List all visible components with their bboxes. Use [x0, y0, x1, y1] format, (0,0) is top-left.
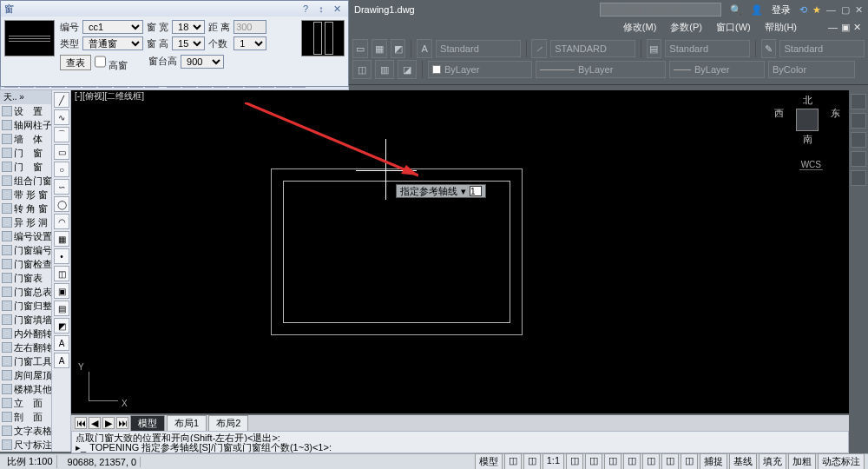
tab-first-icon[interactable]: ⏮ [75, 417, 87, 429]
sidebar-item[interactable]: 门 窗 [0, 146, 51, 160]
sill-select[interactable]: 900 [181, 55, 224, 69]
status-toggle[interactable]: 加粗 [788, 453, 816, 469]
sidebar-item[interactable]: 房间屋顶 [0, 368, 51, 382]
wcs-label[interactable]: WCS [799, 160, 823, 170]
circle-icon[interactable]: ○ [54, 162, 69, 177]
command-line[interactable]: 点取门窗大致的位置和开向(Shift-左右开)<退出>: ▸_TOPENING … [71, 431, 849, 453]
drawing-canvas[interactable]: [-][俯视][二维线框] 北 西东 南 WCS 指定参考轴线 ▾ Y X [71, 90, 849, 413]
dynamic-input-field[interactable] [470, 186, 482, 196]
sidebar-item[interactable]: 编号设置 [0, 229, 51, 243]
dialog-titlebar[interactable]: 窗 ? ↕ ✕ [1, 1, 348, 17]
no-select[interactable]: cc1 [82, 20, 143, 34]
table-icon[interactable]: ▤ [54, 301, 69, 316]
status-toggle[interactable]: ◫ [661, 453, 679, 469]
gao-checkbox[interactable] [95, 55, 106, 69]
sidebar-item[interactable]: 立 面 [0, 396, 51, 410]
preview-thumbnail-right[interactable] [301, 20, 345, 56]
sidebar-item[interactable]: 文字表格 [0, 424, 51, 438]
mleaderstyle-combo[interactable]: Standard [779, 40, 865, 57]
sidebar-item[interactable]: 门窗总表 [0, 285, 51, 299]
doc-minimize-icon[interactable]: — [828, 22, 838, 33]
tab-last-icon[interactable]: ⏭ [116, 417, 128, 429]
sidebar-item[interactable]: 门窗检查 [0, 257, 51, 271]
rib-btn[interactable]: ◪ [398, 60, 417, 79]
wheel-icon[interactable] [851, 94, 866, 109]
plotcolor-combo[interactable]: ByColor [768, 61, 855, 78]
spline-icon[interactable]: ∽ [54, 179, 69, 195]
sidebar-item[interactable]: 剖 面 [0, 410, 51, 424]
sidebar-item[interactable]: 轴网柱子 [0, 118, 51, 132]
w-select[interactable]: 1800 [172, 20, 205, 34]
minimize-icon[interactable]: — [826, 4, 836, 16]
sidebar-item[interactable]: 异 形 洞 [0, 215, 51, 229]
menu-help[interactable]: 帮助(H) [765, 21, 797, 34]
help-icon[interactable]: ? [298, 3, 313, 15]
hatch-icon[interactable]: ▦ [54, 231, 69, 247]
line-icon[interactable]: ╱ [54, 92, 69, 108]
sidebar-item[interactable]: 尺寸标注 [0, 438, 51, 452]
textstyle-combo[interactable]: Standard [436, 40, 521, 57]
rib-btn[interactable]: ▥ [375, 60, 394, 79]
menu-modify[interactable]: 修改(M) [623, 21, 657, 34]
app-close-icon[interactable]: ✕ [855, 4, 863, 16]
orbit-icon[interactable] [851, 151, 866, 167]
search-input[interactable] [600, 3, 721, 17]
search-icon[interactable]: 🔍 [730, 4, 742, 16]
maximize-icon[interactable]: ▢ [841, 4, 850, 16]
sidebar-item[interactable]: 左右翻转 [0, 340, 51, 354]
rib-btn[interactable]: ▦ [372, 39, 387, 58]
sidebar-item[interactable]: 门 窗 [0, 160, 51, 174]
login-icon[interactable]: 👤 [751, 4, 763, 16]
count-select[interactable]: 1 [233, 36, 266, 50]
status-toggle[interactable]: ◫ [566, 453, 583, 469]
status-toggle[interactable]: ◫ [623, 453, 641, 469]
status-toggle[interactable]: ◫ [604, 453, 621, 469]
sidebar-item[interactable]: 门窗表 [0, 271, 51, 285]
rib-btn[interactable]: ▭ [352, 39, 368, 58]
dropdown-icon[interactable]: ▾ [461, 186, 466, 197]
tab-layout2[interactable]: 布局2 [208, 415, 248, 432]
tab-next-icon[interactable]: ▶ [102, 417, 115, 429]
mtext-icon[interactable]: A [54, 353, 69, 368]
type-select[interactable]: 普通窗 [82, 36, 143, 50]
login-label[interactable]: 登录 [772, 3, 791, 17]
preview-thumbnail-left[interactable] [4, 20, 55, 56]
sidebar-item[interactable]: 带 形 窗 [0, 188, 51, 201]
ellipse-icon[interactable]: ◯ [54, 196, 69, 212]
dimstyle-combo[interactable]: STANDARD [550, 40, 635, 57]
rib-btn[interactable]: ✎ [761, 39, 777, 58]
region-icon[interactable]: ◩ [54, 318, 69, 334]
sidebar-item[interactable]: 转 角 窗 [0, 201, 51, 215]
status-toggle[interactable]: 填充 [759, 453, 786, 469]
menu-param[interactable]: 参数(P) [670, 21, 702, 34]
rib-btn[interactable]: ▤ [647, 39, 662, 58]
point-icon[interactable]: • [54, 248, 69, 264]
rib-btn[interactable]: ◩ [391, 39, 406, 58]
ellipse-arc-icon[interactable]: ◠ [54, 214, 69, 229]
tab-layout1[interactable]: 布局1 [167, 415, 207, 432]
sidebar-item[interactable]: 门窗编号 [0, 243, 51, 257]
text-icon[interactable]: A [54, 335, 69, 351]
pline-icon[interactable]: ∿ [54, 109, 69, 125]
tablestyle-combo[interactable]: Standard [665, 40, 750, 57]
doc-close-icon[interactable]: ✕ [853, 22, 861, 33]
status-toggle[interactable]: 基线 [729, 453, 757, 469]
insert-icon[interactable]: ▣ [54, 283, 69, 299]
lineweight-combo[interactable]: ByLayer [669, 61, 765, 78]
block-icon[interactable]: ◫ [54, 266, 69, 281]
status-toggle[interactable]: ◫ [585, 453, 602, 469]
view-label[interactable]: [-][俯视][二维线框] [71, 90, 849, 102]
left-panel-header[interactable]: 天.. » [0, 90, 51, 104]
lookup-button[interactable]: 查表 [60, 55, 91, 70]
linetype-combo[interactable]: ByLayer [536, 61, 666, 78]
status-toggle[interactable]: ◫ [504, 453, 522, 469]
sidebar-item[interactable]: 设 置 [0, 104, 51, 118]
status-toggle[interactable]: 动态标注 [818, 453, 865, 469]
collapse-icon[interactable]: ↕ [313, 3, 329, 15]
status-toggle[interactable]: ◫ [523, 453, 541, 469]
menu-window[interactable]: 窗口(W) [716, 21, 751, 34]
status-toggle[interactable]: 模型 [475, 453, 503, 469]
viewcube[interactable]: 北 西东 南 [783, 94, 832, 155]
gao-checkbox-label[interactable]: 高窗 [95, 55, 128, 72]
exchange-icon[interactable]: ⟲ [799, 4, 807, 16]
